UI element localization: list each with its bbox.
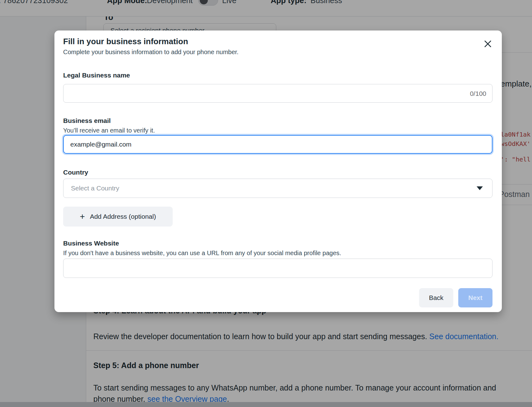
next-button[interactable]: Next: [458, 288, 492, 307]
add-address-label: Add Address (optional): [90, 213, 156, 220]
website-helper: If you don't have a business website, yo…: [63, 250, 341, 257]
email-label: Business email: [63, 117, 111, 124]
email-input[interactable]: [63, 135, 492, 154]
country-label: Country: [63, 169, 88, 176]
screen: To Select a recipient phone number empla…: [0, 0, 532, 407]
website-label: Business Website: [63, 240, 119, 247]
website-input[interactable]: [63, 259, 492, 278]
email-helper: You’ll receive an email to verify it.: [63, 127, 155, 134]
char-counter: 0/100: [455, 90, 486, 97]
legal-name-input[interactable]: [63, 84, 492, 103]
legal-name-label: Legal Business name: [63, 72, 130, 79]
country-placeholder: Select a Country: [71, 185, 477, 192]
close-icon: [483, 40, 492, 48]
back-button[interactable]: Back: [419, 288, 453, 307]
plus-icon: +: [80, 212, 85, 221]
add-address-button[interactable]: + Add Address (optional): [63, 207, 173, 227]
business-info-modal: Fill in your business information Comple…: [54, 30, 502, 312]
modal-subtitle: Complete your business information to ad…: [63, 49, 239, 56]
country-select[interactable]: Select a Country: [63, 179, 492, 198]
close-button[interactable]: [483, 39, 493, 49]
modal-title: Fill in your business information: [63, 37, 188, 46]
chevron-down-icon: [477, 186, 483, 190]
